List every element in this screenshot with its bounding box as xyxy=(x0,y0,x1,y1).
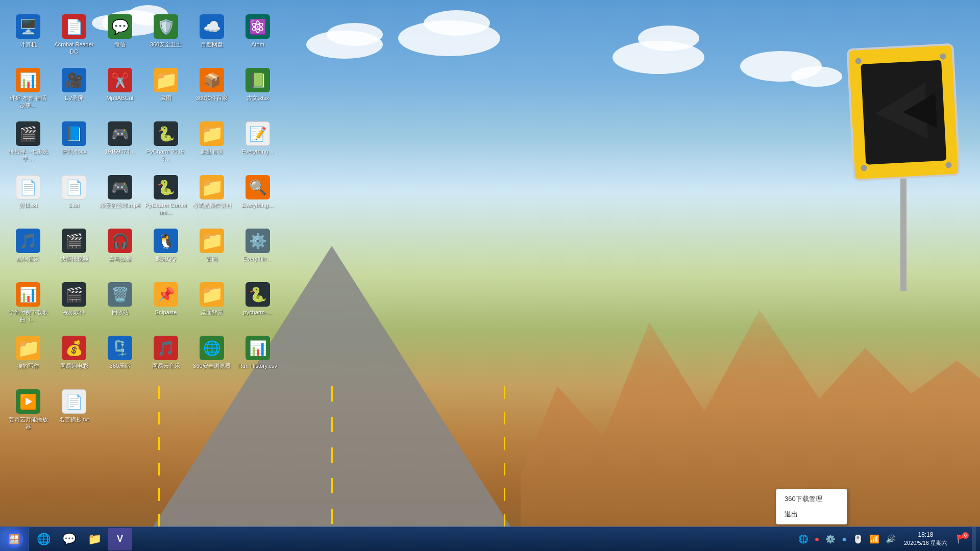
desktop-icon-label-snipaste: Snipaste xyxy=(155,309,177,316)
desktop-icon-img-atom: ⚛️ xyxy=(246,14,270,39)
desktop-icon-video-soft[interactable]: 🎬视频软件 xyxy=(51,278,97,332)
show-desktop-button[interactable] xyxy=(972,527,976,552)
desktop-icon-folder-write[interactable]: 📁猫的写作 xyxy=(5,332,51,385)
desktop-icon-pycharm2[interactable]: 🐍PyCharm Communi… xyxy=(143,171,189,224)
tray-volume-icon[interactable]: 🔊 xyxy=(884,532,898,546)
desktop-icon-everything3[interactable]: ⚙️Everythin… xyxy=(235,224,281,278)
desktop-icon-img-netease-music: 🎵 xyxy=(154,336,178,360)
desktop-icon-ev-recorder[interactable]: 🎥EV录屏 xyxy=(51,64,97,117)
tray-red-icon[interactable]: ● xyxy=(813,533,822,546)
desktop-icon-label-kugou: 酷狗音乐 xyxy=(17,255,39,262)
desktop-icon-wechat[interactable]: 💬微信 xyxy=(97,10,143,64)
desktop-icon-label-game2: 亲爱的蓝球.mp4 xyxy=(100,202,140,209)
desktop-icon-qq[interactable]: 🐧腾讯QQ xyxy=(143,224,189,278)
desktop-icon-excel-file[interactable]: 📗古文.xlsx xyxy=(235,64,281,117)
desktop-icon-folder-1[interactable]: 📁藏图 xyxy=(143,64,189,117)
desktop-icon-media-file[interactable]: 🎬钟吕禅—七步洗手… xyxy=(5,117,51,171)
tray-mouse-icon[interactable]: 🖱️ xyxy=(851,532,865,546)
desktop-icon-huishou[interactable]: 🗑️回收站 xyxy=(97,278,143,332)
desktop-icon-runhistory[interactable]: 📊Run History.csv xyxy=(235,332,281,385)
desktop-icon-img-360safe: 🛡️ xyxy=(154,14,178,39)
desktop-icon-img-mp3abcut: ✂️ xyxy=(108,68,132,92)
desktop-icon-snipaste[interactable]: 📌Snipaste xyxy=(143,278,189,332)
desktop-icon-img-pycharm2: 🐍 xyxy=(154,175,178,199)
desktop-icon-pycharm[interactable]: 🐍PyCharm 2019.3… xyxy=(143,117,189,171)
desktop-icon-img-folder-mima: 📁 xyxy=(200,229,224,253)
desktop-icon-img-kuaijian: 🎬 xyxy=(62,229,86,253)
desktop-icon-ximalaya[interactable]: 🎧喜马拉雅 xyxy=(97,224,143,278)
desktop-icon-kuaijian[interactable]: 🎬快剪辑视频 xyxy=(51,224,97,278)
tray-network-icon[interactable]: 🌐 xyxy=(796,532,811,546)
desktop-icon-jianying[interactable]: 📄剪辑.txt xyxy=(5,171,51,224)
context-menu-item-exit[interactable]: 退出 xyxy=(776,507,847,522)
start-button[interactable]: 🪟 xyxy=(0,527,29,552)
desktop-icon-label-360safe: 360安全卫士 xyxy=(150,41,182,48)
desktop-icon-mp3abcut[interactable]: ✂️Mp3ABCut xyxy=(97,64,143,117)
desktop-icon-mingyan[interactable]: 📄名言摘抄.txt xyxy=(51,385,97,439)
desktop-icon-360safe[interactable]: 🛡️360安全卫士 xyxy=(143,10,189,64)
desktop-icon-label-mingyan: 名言摘抄.txt xyxy=(59,416,89,423)
notification-area[interactable]: 🚩 6 xyxy=(953,531,970,547)
desktop-icon-360browser[interactable]: 🌐360安全浏览器 xyxy=(189,332,235,385)
desktop-icon-folder-mima[interactable]: 📁密码 xyxy=(189,224,235,278)
desktop-icon-label-excel-file: 古文.xlsx xyxy=(247,94,269,102)
desktop-icon-word-file[interactable]: 📘评判.docx xyxy=(51,117,97,171)
desktop-icon-everything-txt[interactable]: 📝Everything… xyxy=(235,117,281,171)
desktop-icon-img-qq: 🐧 xyxy=(154,229,178,253)
desktop-icon-label-ximalaya: 喜马拉雅 xyxy=(109,255,131,262)
desktop-icon-computer[interactable]: 🖥️计算机 xyxy=(5,10,51,64)
taskbar-ie[interactable]: 🌐 xyxy=(31,528,56,550)
desktop-icon-img-everything3: ⚙️ xyxy=(246,229,270,253)
desktop-icon-360soft[interactable]: 📦360软件百家 xyxy=(189,64,235,117)
desktop-icon-img-ximalaya: 🎧 xyxy=(108,229,132,253)
desktop-icon-label-ppt-down: 学到付费下载歌曲（… xyxy=(7,309,49,323)
desktop-icon-img-360zip: 🗜️ xyxy=(108,336,132,360)
desktop-icon-label-folder-mima: 密码 xyxy=(206,255,217,262)
desktop-icon-folder-2[interactable]: 📁趣里有味 xyxy=(189,117,235,171)
desktop-icon-file-1txt[interactable]: 📄1.txt xyxy=(51,171,97,224)
desktop-icon-img-jianying: 📄 xyxy=(16,175,40,199)
taskbar-wechat[interactable]: 💬 xyxy=(57,528,81,550)
desktop-icon-img-360soft: 📦 xyxy=(200,68,224,92)
desktop-icon-netease-music[interactable]: 🎵网易云音乐 xyxy=(143,332,189,385)
desktop-icon-img-folder-write: 📁 xyxy=(16,336,40,360)
cloud-7 xyxy=(424,10,490,36)
desktop-icon-everything2[interactable]: 🔍Everything… xyxy=(235,171,281,224)
desktop-icon-label-game: 19159474… xyxy=(105,148,135,155)
desktop-icon-ppt-app[interactable]: 📊砰砰 布鲁 神话故事… xyxy=(5,64,51,117)
desktop-icon-360zip[interactable]: 🗜️360压缩 xyxy=(97,332,143,385)
desktop-icon-kugou[interactable]: 🎵酷狗音乐 xyxy=(5,224,51,278)
desktop-icon-game2[interactable]: 🎮亲爱的蓝球.mp4 xyxy=(97,171,143,224)
desktop-icon-baidu-disk[interactable]: ☁️百度网盘 xyxy=(189,10,235,64)
desktop-icon-img-pycharm: 🐍 xyxy=(154,121,178,146)
desktop-icon-acrobat[interactable]: 📄Acrobat Reader DC xyxy=(51,10,97,64)
taskbar-v-app[interactable]: V xyxy=(108,528,132,550)
cloud-9 xyxy=(638,26,699,51)
tray-signal-icon[interactable]: 📶 xyxy=(867,532,881,546)
taskbar-explorer[interactable]: 📁 xyxy=(82,528,107,550)
clock-area[interactable]: 18:18 2020/5/16 星期六 xyxy=(900,531,951,547)
desktop-icon-label-ppt-app: 砰砰 布鲁 神话故事… xyxy=(7,94,49,109)
desktop-icon-ppt-down[interactable]: 📊学到付费下载歌曲（… xyxy=(5,278,51,332)
desktop-icon-pycharm-proj[interactable]: 🐍pycharm-… xyxy=(235,278,281,332)
desktop-icon-label-netease-music: 网易云音乐 xyxy=(152,362,180,369)
context-menu-item-download[interactable]: 360下载管理 xyxy=(776,491,847,507)
desktop-icon-jiqiao[interactable]: ▶️姜奇艺万能播放器 xyxy=(5,385,51,439)
desktop-icon-netease-pay[interactable]: 💰网易闪电彩 xyxy=(51,332,97,385)
desktop-icon-label-wechat: 微信 xyxy=(114,41,126,48)
desktop-icon-label-folder-1: 藏图 xyxy=(160,94,172,102)
desktop-icon-img-360browser: 🌐 xyxy=(200,336,224,360)
tray-gear-icon[interactable]: ⚙️ xyxy=(823,532,838,546)
desktop-icon-label-pycharm: PyCharm 2019.3… xyxy=(145,148,187,163)
desktop-icon-img-ev-recorder: 🎥 xyxy=(62,68,86,92)
desktop-icon-folder-3[interactable]: 📁考试酷操作资料 xyxy=(189,171,235,224)
desktop-icon-img-video-soft: 🎬 xyxy=(62,282,86,307)
desktop-icon-img-media-file: 🎬 xyxy=(16,121,40,146)
desktop-icon-img-excel-file: 📗 xyxy=(246,68,270,92)
taskbar: 🪟 🌐 💬 📁 V 🌐 ● ⚙️ ● 🖱️ 📶 🔊 18:18 2020/5/1… xyxy=(0,527,980,551)
tray-blue-icon[interactable]: ● xyxy=(840,533,849,546)
desktop-icon-folder-bg[interactable]: 📁桌面背景 xyxy=(189,278,235,332)
desktop-icon-atom[interactable]: ⚛️Atom xyxy=(235,10,281,64)
desktop-icon-game[interactable]: 🎮19159474… xyxy=(97,117,143,171)
desktop-icon-label-media-file: 钟吕禅—七步洗手… xyxy=(7,148,49,163)
